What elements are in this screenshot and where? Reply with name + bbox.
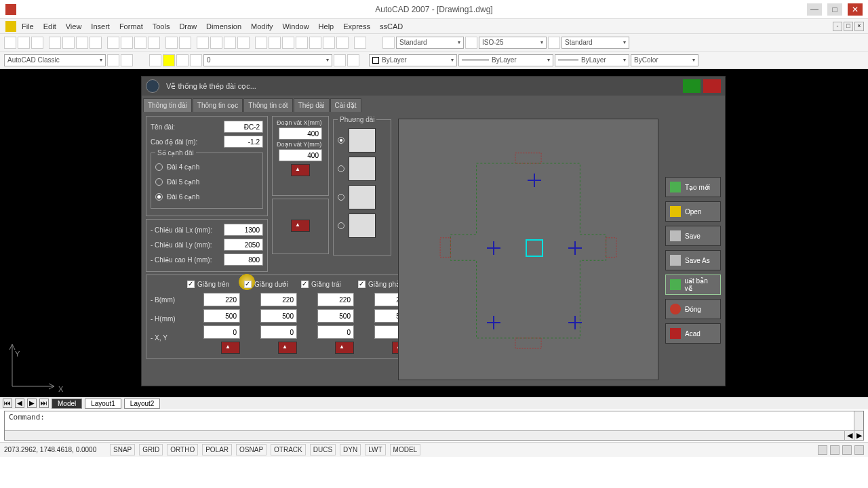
osnap-toggle[interactable]: OSNAP xyxy=(236,444,267,455)
doc-close-button[interactable]: × xyxy=(854,22,864,31)
giang-tren-pick[interactable] xyxy=(221,342,240,354)
status-icon-2[interactable] xyxy=(830,445,840,455)
menu-help[interactable]: Help xyxy=(319,22,334,30)
shape-opt-3[interactable] xyxy=(338,194,344,201)
dyn-toggle[interactable]: DYN xyxy=(340,444,361,455)
ws2-icon[interactable] xyxy=(121,54,133,66)
tab-nav-first[interactable]: ⏮ xyxy=(3,399,12,408)
open-icon[interactable] xyxy=(18,37,30,49)
dimstyle-select[interactable]: ISO-25▾ xyxy=(479,37,547,49)
tab-layout1[interactable]: Layout1 xyxy=(85,399,121,409)
menu-draw[interactable]: Draw xyxy=(179,22,197,30)
close-button[interactable]: ✕ xyxy=(848,3,863,16)
radio-5-canh[interactable] xyxy=(155,178,163,186)
paste-icon[interactable] xyxy=(134,37,146,49)
help-icon[interactable] xyxy=(354,37,366,49)
pick-dv-button[interactable] xyxy=(291,164,310,176)
menu-insert[interactable]: Insert xyxy=(91,22,110,30)
dvx-input[interactable] xyxy=(279,127,322,140)
giang-trai-pick[interactable] xyxy=(335,342,354,354)
new-button[interactable]: Tạo mới xyxy=(665,177,721,197)
drawing-area[interactable]: Y X Vẽ thống kê thép đài cọc... Thông ti… xyxy=(0,69,868,397)
layermgr-icon[interactable] xyxy=(334,54,346,66)
status-icon-3[interactable] xyxy=(842,445,852,455)
doc-minimize-button[interactable]: - xyxy=(833,22,842,31)
menu-dimension[interactable]: Dimension xyxy=(206,22,241,30)
lx-input[interactable] xyxy=(224,224,263,236)
giang-duoi-xy[interactable] xyxy=(260,325,297,339)
check-giang-phai[interactable] xyxy=(358,281,366,288)
giang-tren-h[interactable] xyxy=(203,309,240,323)
status-icon-1[interactable] xyxy=(818,445,827,455)
radio-6-canh[interactable] xyxy=(155,193,163,201)
menu-edit[interactable]: Edit xyxy=(43,22,56,30)
dialog-close-button[interactable] xyxy=(703,79,721,93)
export-button[interactable]: uất bản vẽ xyxy=(665,274,721,295)
ducs-toggle[interactable]: DUCS xyxy=(310,444,336,455)
saveas-button[interactable]: Save As xyxy=(665,250,721,270)
menu-modify[interactable]: Modify xyxy=(251,22,273,30)
otrack-toggle[interactable]: OTRACK xyxy=(271,444,306,455)
shape-opt-1[interactable] xyxy=(338,137,344,144)
tab-nav-last[interactable]: ⏭ xyxy=(39,399,49,408)
menu-view[interactable]: View xyxy=(66,22,82,30)
minimize-button[interactable]: — xyxy=(807,3,822,16)
tab-nav-next[interactable]: ▶ xyxy=(27,399,37,408)
giang-duoi-h[interactable] xyxy=(260,309,297,323)
cao-do-input[interactable] xyxy=(224,136,263,148)
tab-model[interactable]: Model xyxy=(52,399,82,409)
model-toggle[interactable]: MODEL xyxy=(390,444,421,455)
radio-4-canh[interactable] xyxy=(155,163,163,171)
lineweight-select[interactable]: ByLayer▾ xyxy=(555,54,629,66)
tool-icon[interactable] xyxy=(255,37,267,49)
freeze-icon[interactable] xyxy=(176,54,189,66)
h-input[interactable] xyxy=(224,253,263,266)
lwt-toggle[interactable]: LWT xyxy=(365,444,385,455)
giang-duoi-b[interactable] xyxy=(260,293,297,306)
grid-toggle[interactable]: GRID xyxy=(139,444,163,455)
menu-format[interactable]: Format xyxy=(119,22,143,30)
acad-button[interactable]: Acad xyxy=(665,323,721,344)
dimstyle-icon[interactable] xyxy=(465,37,477,49)
close-dialog-button[interactable]: Đóng xyxy=(665,299,721,319)
check-giang-duoi[interactable] xyxy=(244,281,252,288)
pick-dims-button[interactable] xyxy=(291,220,310,232)
layermgr2-icon[interactable] xyxy=(347,54,359,66)
tool2-icon[interactable] xyxy=(269,37,281,49)
ortho-toggle[interactable]: ORTHO xyxy=(167,444,198,455)
match-icon[interactable] xyxy=(148,37,160,49)
copy-icon[interactable] xyxy=(121,37,133,49)
save-icon[interactable] xyxy=(31,37,43,49)
workspace-select[interactable]: AutoCAD Classic▾ xyxy=(4,54,106,66)
tool6-icon[interactable] xyxy=(323,37,335,49)
tab-thong-tin-coc[interactable]: Thông tin cọc xyxy=(193,98,243,112)
layer-icon[interactable] xyxy=(149,54,161,66)
shape-opt-4[interactable] xyxy=(338,222,344,229)
color-select[interactable]: ByLayer▾ xyxy=(369,54,457,66)
ly-input[interactable] xyxy=(224,239,263,251)
giang-duoi-pick[interactable] xyxy=(278,342,297,354)
giang-trai-h[interactable] xyxy=(317,309,354,323)
new-icon[interactable] xyxy=(4,37,16,49)
polar-toggle[interactable]: POLAR xyxy=(202,444,232,455)
layer-select[interactable]: 0▾ xyxy=(203,54,332,66)
tool3-icon[interactable] xyxy=(282,37,294,49)
giang-trai-b[interactable] xyxy=(317,293,354,306)
status-icon-4[interactable] xyxy=(854,445,864,455)
textstyle-select[interactable]: Standard▾ xyxy=(396,37,464,49)
dialog-help-button[interactable] xyxy=(683,79,701,93)
check-giang-trai[interactable] xyxy=(301,281,309,288)
tab-thong-tin-dai[interactable]: Thông tin đài xyxy=(143,98,192,112)
command-window[interactable]: Command: ◀▶ xyxy=(4,411,864,441)
tab-thep-dai[interactable]: Thép đài xyxy=(294,98,330,112)
textstyle-icon[interactable] xyxy=(382,37,395,49)
zoom-prev-icon[interactable] xyxy=(237,37,250,49)
tablestyle-select[interactable]: Standard▾ xyxy=(561,37,629,49)
shape-opt-2[interactable] xyxy=(338,165,344,172)
tool7-icon[interactable] xyxy=(336,37,349,49)
zoom-rt-icon[interactable] xyxy=(210,37,222,49)
dvy-input[interactable] xyxy=(279,149,322,161)
doc-restore-button[interactable]: □ xyxy=(844,22,853,31)
tab-cai-dat[interactable]: Cài đặt xyxy=(330,98,361,112)
lock-icon[interactable] xyxy=(190,54,202,66)
